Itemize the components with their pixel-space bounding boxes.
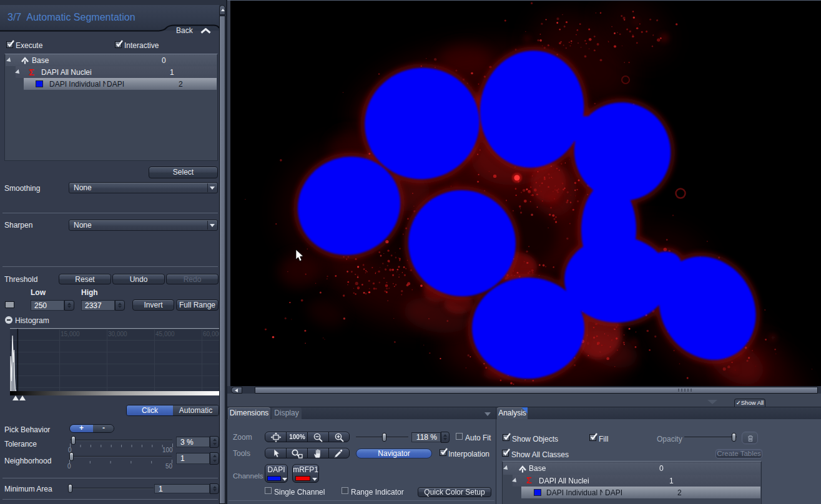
svg-text:45,000: 45,000 xyxy=(155,331,175,337)
svg-text:60,000: 60,000 xyxy=(203,331,219,337)
svg-text:30,000: 30,000 xyxy=(108,331,127,337)
svg-text:15,000: 15,000 xyxy=(61,331,80,337)
